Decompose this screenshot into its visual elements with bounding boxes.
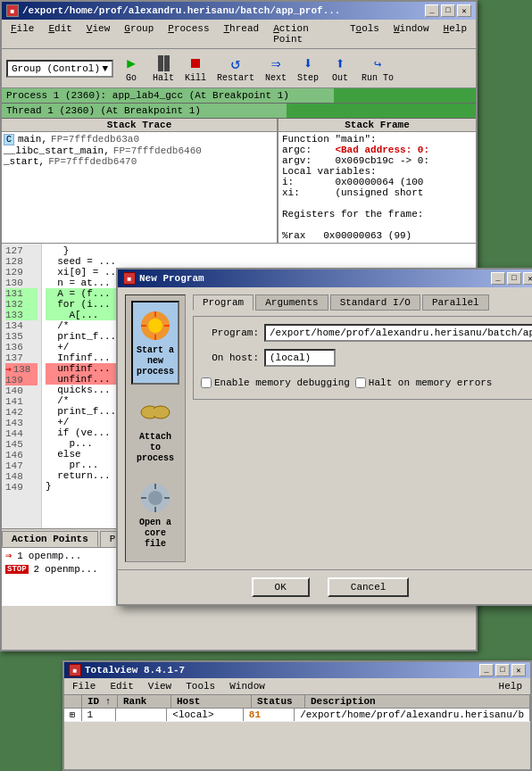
- restart-label: Restart: [217, 73, 254, 83]
- stack-trace-content[interactable]: C main, FP=7fffdedb63a0 __libc_start_mai…: [2, 132, 277, 243]
- bw-menu-help[interactable]: Help: [494, 679, 528, 693]
- dialog-minimize-button[interactable]: _: [491, 272, 505, 285]
- bw-cell-desc: /export/home/prof/alexandru.herisanu/b: [295, 709, 530, 721]
- cancel-button[interactable]: Cancel: [328, 577, 410, 597]
- bw-expand-btn[interactable]: ⊞: [64, 709, 82, 721]
- attach-process-option[interactable]: Attach toprocess: [131, 388, 179, 470]
- go-icon: ▶: [121, 54, 142, 73]
- tab-arguments[interactable]: Arguments: [255, 294, 328, 311]
- close-button[interactable]: ✕: [457, 4, 471, 17]
- tab-standard-io[interactable]: Standard I/O: [330, 294, 420, 311]
- bw-cell-status: 81: [244, 709, 295, 721]
- bw-minimize-button[interactable]: _: [479, 664, 494, 676]
- tab-program[interactable]: Program: [193, 294, 254, 311]
- menu-thread[interactable]: Thread: [219, 21, 265, 46]
- bw-menu-bar: File Edit View Tools Window Help: [64, 678, 530, 695]
- out-icon: ⬆: [329, 54, 351, 73]
- menu-group[interactable]: Group: [119, 21, 159, 46]
- bw-cell-host: <local>: [167, 709, 244, 721]
- bw-close-button[interactable]: ✕: [511, 664, 526, 676]
- tab-parallel[interactable]: Parallel: [422, 294, 489, 311]
- next-button[interactable]: ⇒ Next: [262, 52, 290, 85]
- bw-menu-edit[interactable]: Edit: [104, 679, 138, 693]
- runto-icon: ↪: [367, 54, 388, 73]
- sf-line: xi: (unsigned short: [282, 187, 472, 198]
- dialog-form: Program: /export/home/prof/alexandru.her…: [193, 316, 532, 400]
- new-process-option[interactable]: Start a newprocess: [131, 301, 179, 385]
- group-dropdown-label: Group (Control): [12, 63, 100, 74]
- bw-menu-tools[interactable]: Tools: [180, 679, 220, 693]
- program-field-input[interactable]: /export/home/prof/alexandru.herisanu/bat…: [264, 324, 532, 342]
- bw-header-status[interactable]: Status: [252, 695, 305, 708]
- sf-line: %rax 0x00000063 (99): [282, 230, 472, 241]
- menu-edit[interactable]: Edit: [43, 21, 77, 46]
- core-file-icon: [137, 480, 173, 516]
- bw-header-desc[interactable]: Description: [305, 695, 530, 708]
- out-button[interactable]: ⬆ Out: [326, 52, 354, 85]
- enable-memory-checkbox[interactable]: [201, 377, 212, 388]
- go-button[interactable]: ▶ Go: [117, 52, 145, 85]
- menu-file[interactable]: File: [5, 21, 39, 46]
- bw-menu-view[interactable]: View: [143, 679, 177, 693]
- dialog-buttons: OK Cancel: [118, 569, 532, 604]
- halt-memory-checkbox[interactable]: [355, 377, 366, 388]
- dialog-title-left: ■ New Program: [123, 272, 204, 285]
- dialog-left-panel: Start a newprocess Attach toprocess: [125, 294, 186, 562]
- program-field-value: /export/home/prof/alexandru.herisanu/bat…: [270, 327, 532, 338]
- core-file-option[interactable]: Open acore file: [131, 474, 179, 556]
- sf-line: i: 0x00000064 (100: [282, 177, 472, 187]
- runto-button[interactable]: ↪ Run To: [358, 52, 397, 85]
- kill-label: Kill: [185, 73, 206, 83]
- main-title-bar: ■ /export/home/prof/alexandru.herisanu/b…: [2, 2, 476, 20]
- sf-line: argc: <Bad address: 0:: [282, 145, 472, 155]
- ap-stop-badge: STOP: [5, 565, 29, 574]
- bw-menu-window[interactable]: Window: [224, 679, 270, 693]
- onhost-field-row: On host: (local): [201, 349, 532, 367]
- step-button[interactable]: ⬇ Step: [294, 52, 322, 85]
- new-process-label: Start a newprocess: [137, 345, 174, 377]
- dialog-maximize-button[interactable]: □: [507, 272, 521, 285]
- title-bar-controls: _ □ ✕: [425, 4, 471, 17]
- menu-tools[interactable]: Tools: [345, 21, 385, 46]
- kill-button[interactable]: ⏹ Kill: [181, 52, 210, 85]
- attach-process-icon: [137, 394, 173, 430]
- bw-app-icon: ■: [69, 664, 81, 676]
- toolbar: Group (Control) ▼ ▶ Go Halt ⏹ Kill ↺ Res…: [2, 49, 476, 88]
- ap-num-1: 1: [17, 551, 23, 561]
- dialog-close-button[interactable]: ✕: [523, 272, 532, 285]
- menu-action-point[interactable]: Action Point: [268, 21, 341, 46]
- menu-process[interactable]: Process: [162, 21, 214, 46]
- bw-cell-rank: [116, 709, 167, 721]
- sf-line: [282, 198, 472, 209]
- attach-process-label: Attach toprocess: [136, 432, 175, 464]
- bw-header-id[interactable]: ID ↑: [82, 695, 118, 708]
- menu-view[interactable]: View: [81, 21, 115, 46]
- bw-header-host[interactable]: Host: [171, 695, 252, 708]
- halt-memory-checkbox-item: Halt on memory errors: [355, 377, 493, 388]
- trace-row: _start, FP=7fffdedb6470: [4, 156, 275, 167]
- restart-button[interactable]: ↺ Restart: [213, 52, 258, 85]
- minimize-button[interactable]: _: [425, 4, 439, 17]
- halt-button[interactable]: Halt: [149, 52, 178, 85]
- svg-point-1: [148, 319, 162, 333]
- next-icon: ⇒: [265, 54, 287, 73]
- tab-action-points[interactable]: Action Points: [2, 531, 98, 547]
- ap-label-1: openmp...: [29, 551, 81, 561]
- bw-maximize-button[interactable]: □: [495, 664, 510, 676]
- out-label: Out: [332, 73, 348, 83]
- ok-button[interactable]: OK: [252, 577, 310, 597]
- bw-header-expand: [64, 695, 82, 708]
- bw-menu-file[interactable]: File: [67, 679, 101, 693]
- stack-trace-title: Stack Trace: [2, 119, 277, 132]
- onhost-field-input[interactable]: (local): [264, 349, 336, 367]
- stack-trace-panel: Stack Trace C main, FP=7fffdedb63a0 __li…: [2, 119, 278, 243]
- group-dropdown[interactable]: Group (Control) ▼: [6, 60, 113, 78]
- menu-help[interactable]: Help: [438, 21, 472, 46]
- onhost-field-label: On host:: [201, 352, 259, 363]
- dialog-right-panel: Program Arguments Standard I/O Parallel …: [193, 294, 532, 562]
- maximize-button[interactable]: □: [441, 4, 455, 17]
- stack-frame-content[interactable]: Function "main": argc: <Bad address: 0: …: [278, 132, 476, 243]
- menu-window[interactable]: Window: [388, 21, 435, 46]
- bw-header-rank[interactable]: Rank: [118, 695, 171, 708]
- app-icon: ■: [6, 4, 19, 17]
